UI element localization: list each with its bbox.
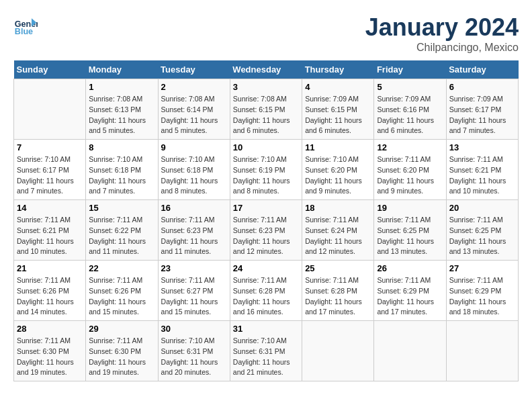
day-cell: 21Sunrise: 7:11 AM Sunset: 6:26 PM Dayli… [14,261,86,321]
day-number: 15 [89,203,154,213]
day-number: 29 [89,324,154,334]
day-info: Sunrise: 7:10 AM Sunset: 6:17 PM Dayligh… [17,154,83,197]
header-cell-thursday: Thursday [302,60,374,79]
day-info: Sunrise: 7:09 AM Sunset: 6:15 PM Dayligh… [305,94,371,136]
day-number: 5 [377,82,443,92]
day-number: 14 [17,203,83,213]
day-cell: 7Sunrise: 7:10 AM Sunset: 6:17 PM Daylig… [14,140,86,200]
day-cell: 16Sunrise: 7:11 AM Sunset: 6:23 PM Dayli… [158,200,230,261]
day-cell: 15Sunrise: 7:11 AM Sunset: 6:22 PM Dayli… [86,200,158,261]
logo: General Blue [13,13,38,38]
day-number: 2 [161,82,227,92]
day-info: Sunrise: 7:10 AM Sunset: 6:31 PM Dayligh… [233,336,299,378]
day-number: 20 [449,203,515,213]
day-info: Sunrise: 7:10 AM Sunset: 6:19 PM Dayligh… [233,154,299,197]
header-cell-saturday: Saturday [446,60,518,79]
day-number: 22 [89,263,154,273]
day-cell: 10Sunrise: 7:10 AM Sunset: 6:19 PM Dayli… [230,140,302,200]
day-cell: 31Sunrise: 7:10 AM Sunset: 6:31 PM Dayli… [230,321,302,381]
day-info: Sunrise: 7:11 AM Sunset: 6:30 PM Dayligh… [89,336,154,378]
day-cell [302,321,374,381]
week-row-4: 21Sunrise: 7:11 AM Sunset: 6:26 PM Dayli… [14,261,519,321]
day-cell: 28Sunrise: 7:11 AM Sunset: 6:30 PM Dayli… [14,321,86,381]
header-cell-sunday: Sunday [14,60,86,79]
day-cell: 5Sunrise: 7:09 AM Sunset: 6:16 PM Daylig… [374,79,446,140]
day-number: 11 [305,142,371,152]
day-info: Sunrise: 7:11 AM Sunset: 6:25 PM Dayligh… [449,215,515,257]
day-cell: 6Sunrise: 7:09 AM Sunset: 6:17 PM Daylig… [446,79,518,140]
day-cell [446,321,518,381]
page-header: General Blue January 2024 Chilpancingo, … [13,13,519,54]
day-info: Sunrise: 7:11 AM Sunset: 6:20 PM Dayligh… [377,154,443,197]
day-number: 28 [17,324,83,334]
day-info: Sunrise: 7:11 AM Sunset: 6:28 PM Dayligh… [305,275,371,318]
day-info: Sunrise: 7:08 AM Sunset: 6:15 PM Dayligh… [233,94,299,136]
day-cell: 22Sunrise: 7:11 AM Sunset: 6:26 PM Dayli… [86,261,158,321]
week-row-1: 1Sunrise: 7:08 AM Sunset: 6:13 PM Daylig… [14,79,519,140]
day-info: Sunrise: 7:11 AM Sunset: 6:26 PM Dayligh… [89,275,154,318]
day-info: Sunrise: 7:09 AM Sunset: 6:17 PM Dayligh… [449,94,515,136]
day-info: Sunrise: 7:11 AM Sunset: 6:30 PM Dayligh… [17,336,83,378]
day-info: Sunrise: 7:11 AM Sunset: 6:23 PM Dayligh… [161,215,227,257]
day-cell: 17Sunrise: 7:11 AM Sunset: 6:23 PM Dayli… [230,200,302,261]
day-number: 19 [377,203,443,213]
day-info: Sunrise: 7:10 AM Sunset: 6:20 PM Dayligh… [305,154,371,197]
day-info: Sunrise: 7:08 AM Sunset: 6:13 PM Dayligh… [89,94,154,136]
day-cell [374,321,446,381]
day-number: 24 [233,263,299,273]
day-info: Sunrise: 7:11 AM Sunset: 6:29 PM Dayligh… [377,275,443,318]
day-info: Sunrise: 7:10 AM Sunset: 6:18 PM Dayligh… [161,154,227,197]
day-info: Sunrise: 7:11 AM Sunset: 6:25 PM Dayligh… [377,215,443,257]
day-number: 1 [89,82,154,92]
day-info: Sunrise: 7:10 AM Sunset: 6:18 PM Dayligh… [89,154,154,197]
day-cell: 4Sunrise: 7:09 AM Sunset: 6:15 PM Daylig… [302,79,374,140]
day-number: 16 [161,203,227,213]
day-cell: 11Sunrise: 7:10 AM Sunset: 6:20 PM Dayli… [302,140,374,200]
day-cell: 9Sunrise: 7:10 AM Sunset: 6:18 PM Daylig… [158,140,230,200]
day-cell: 30Sunrise: 7:10 AM Sunset: 6:31 PM Dayli… [158,321,230,381]
calendar-subtitle: Chilpancingo, Mexico [365,42,519,54]
day-info: Sunrise: 7:08 AM Sunset: 6:14 PM Dayligh… [161,94,227,136]
header-cell-wednesday: Wednesday [230,60,302,79]
day-info: Sunrise: 7:11 AM Sunset: 6:24 PM Dayligh… [305,215,371,257]
day-info: Sunrise: 7:11 AM Sunset: 6:23 PM Dayligh… [233,215,299,257]
day-number: 8 [89,142,154,152]
day-number: 4 [305,82,371,92]
calendar-table: SundayMondayTuesdayWednesdayThursdayFrid… [13,60,519,381]
header-cell-tuesday: Tuesday [158,60,230,79]
day-number: 17 [233,203,299,213]
day-number: 30 [161,324,227,334]
day-number: 13 [449,142,515,152]
day-info: Sunrise: 7:11 AM Sunset: 6:21 PM Dayligh… [449,154,515,197]
day-number: 6 [449,82,515,92]
day-cell: 26Sunrise: 7:11 AM Sunset: 6:29 PM Dayli… [374,261,446,321]
title-section: January 2024 Chilpancingo, Mexico [365,13,519,54]
day-cell: 13Sunrise: 7:11 AM Sunset: 6:21 PM Dayli… [446,140,518,200]
day-cell: 23Sunrise: 7:11 AM Sunset: 6:27 PM Dayli… [158,261,230,321]
day-cell [14,79,86,140]
day-cell: 25Sunrise: 7:11 AM Sunset: 6:28 PM Dayli… [302,261,374,321]
day-number: 18 [305,203,371,213]
day-number: 10 [233,142,299,152]
day-cell: 18Sunrise: 7:11 AM Sunset: 6:24 PM Dayli… [302,200,374,261]
day-number: 23 [161,263,227,273]
day-number: 31 [233,324,299,334]
week-row-3: 14Sunrise: 7:11 AM Sunset: 6:21 PM Dayli… [14,200,519,261]
day-info: Sunrise: 7:11 AM Sunset: 6:28 PM Dayligh… [233,275,299,318]
day-cell: 12Sunrise: 7:11 AM Sunset: 6:20 PM Dayli… [374,140,446,200]
day-cell: 14Sunrise: 7:11 AM Sunset: 6:21 PM Dayli… [14,200,86,261]
day-number: 26 [377,263,443,273]
day-number: 25 [305,263,371,273]
calendar-title: January 2024 [365,13,519,42]
day-cell: 29Sunrise: 7:11 AM Sunset: 6:30 PM Dayli… [86,321,158,381]
day-cell: 8Sunrise: 7:10 AM Sunset: 6:18 PM Daylig… [86,140,158,200]
day-info: Sunrise: 7:09 AM Sunset: 6:16 PM Dayligh… [377,94,443,136]
day-number: 7 [17,142,83,152]
day-number: 3 [233,82,299,92]
day-info: Sunrise: 7:11 AM Sunset: 6:26 PM Dayligh… [17,275,83,318]
day-cell: 3Sunrise: 7:08 AM Sunset: 6:15 PM Daylig… [230,79,302,140]
day-cell: 2Sunrise: 7:08 AM Sunset: 6:14 PM Daylig… [158,79,230,140]
day-cell: 24Sunrise: 7:11 AM Sunset: 6:28 PM Dayli… [230,261,302,321]
day-info: Sunrise: 7:11 AM Sunset: 6:29 PM Dayligh… [449,275,515,318]
week-row-2: 7Sunrise: 7:10 AM Sunset: 6:17 PM Daylig… [14,140,519,200]
